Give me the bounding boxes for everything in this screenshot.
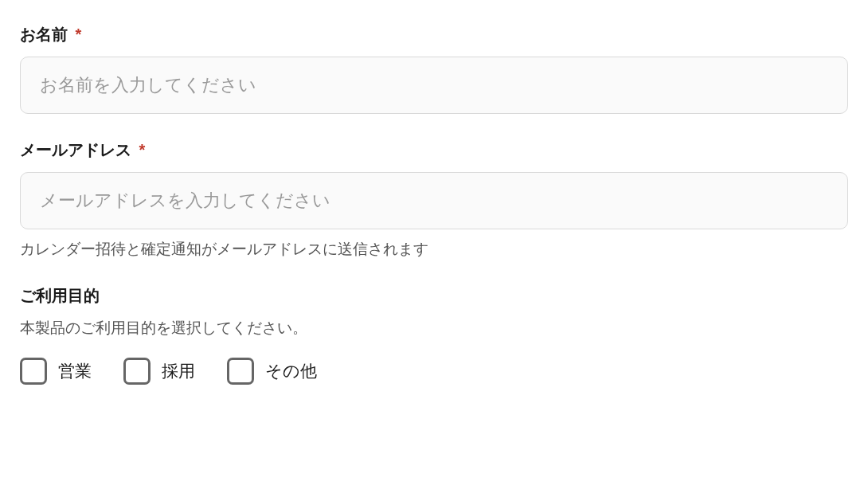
checkbox-label-recruitment[interactable]: 採用	[162, 360, 195, 382]
checkbox-item-other: その他	[227, 358, 317, 385]
email-help-text: カレンダー招待と確定通知がメールアドレスに送信されます	[20, 239, 848, 260]
required-mark: *	[76, 25, 82, 43]
checkbox-label-sales[interactable]: 営業	[58, 360, 92, 382]
name-label-text: お名前	[20, 25, 68, 43]
purpose-label-text: ご利用目的	[20, 287, 100, 304]
checkbox-label-other[interactable]: その他	[265, 360, 317, 382]
checkbox-other[interactable]	[227, 358, 254, 385]
name-input[interactable]	[20, 57, 848, 114]
checkbox-recruitment[interactable]	[123, 358, 151, 385]
checkbox-sales[interactable]	[20, 358, 47, 385]
purpose-label: ご利用目的	[20, 285, 848, 307]
checkbox-item-sales: 営業	[20, 358, 92, 385]
name-label: お名前 *	[20, 24, 848, 45]
checkbox-item-recruitment: 採用	[123, 358, 195, 385]
required-mark: *	[139, 141, 146, 158]
email-input[interactable]	[20, 172, 848, 229]
email-label-text: メールアドレス	[20, 141, 131, 158]
purpose-sub-text: 本製品のご利用目的を選択してください。	[20, 318, 848, 339]
email-label: メールアドレス *	[20, 139, 848, 161]
purpose-checkbox-group: 営業 採用 その他	[20, 358, 848, 385]
